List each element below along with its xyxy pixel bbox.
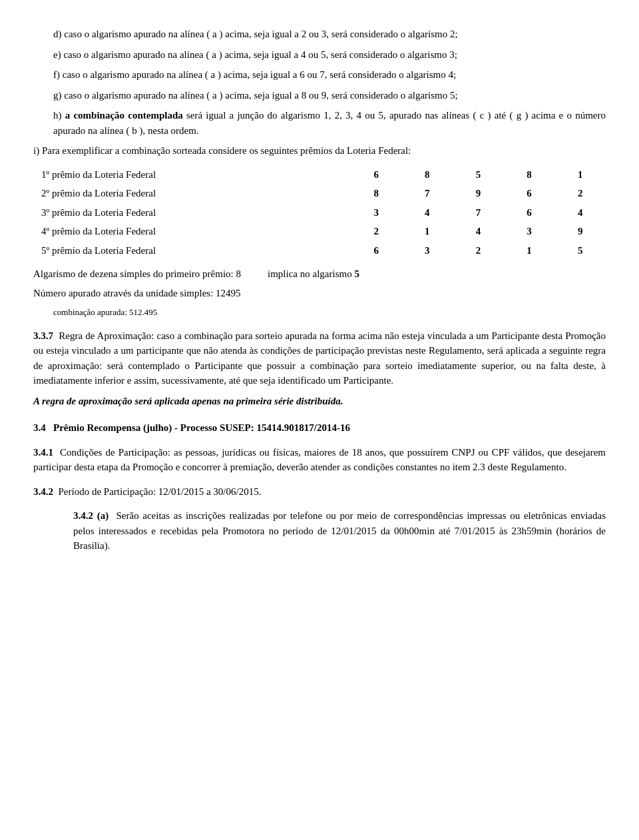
table-row-last-num: 9: [554, 222, 606, 241]
table-row-num: 1: [402, 222, 453, 241]
section-337-rule: A regra de aproximação será aplicada ape…: [33, 394, 606, 409]
table-row-num: 6: [504, 184, 555, 203]
paragraph-i: i) Para exemplificar a combinação sortea…: [33, 143, 606, 159]
table-row-num: 8: [402, 165, 453, 185]
section-34-heading: 3.4 Prêmio Recompensa (julho) - Processo…: [33, 420, 606, 436]
paragraph-f: f) caso o algarismo apurado na alínea ( …: [33, 67, 606, 83]
paragraph-h-bold: a combinação contemplada: [65, 110, 183, 121]
table-row-label: 1º prêmio da Loteria Federal: [33, 165, 351, 185]
table-row-label: 4º prêmio da Loteria Federal: [33, 222, 351, 241]
document-body: d) caso o algarismo apurado na alínea ( …: [33, 27, 606, 554]
section-337-text: 3.3.7 Regra de Aproximação: caso a combi…: [33, 328, 606, 388]
combinacao-line: combinação apurada: 512.495: [53, 306, 606, 319]
algarismo-part1: Algarismo de dezena simples do primeiro …: [33, 266, 241, 282]
table-row-last-num: 1: [554, 165, 606, 185]
table-row-num: 7: [453, 203, 504, 222]
table-row-num: 2: [351, 222, 402, 241]
paragraph-h: h) a combinação contemplada será igual a…: [33, 108, 606, 138]
table-row-last-num: 5: [554, 241, 606, 260]
section-342a-text: 3.4.2 (a) Serão aceitas as inscrições re…: [33, 508, 606, 554]
numero-line: Número apurado através da unidade simple…: [33, 286, 606, 301]
table-row-num: 3: [351, 203, 402, 222]
table-row-num: 9: [453, 184, 504, 203]
section-337-heading: 3.3.7: [33, 330, 53, 341]
table-row-num: 5: [453, 165, 504, 185]
table-row-num: 8: [504, 165, 555, 185]
table-row-num: 3: [402, 241, 453, 260]
table-row-last-num: 4: [554, 203, 606, 222]
algarismo-line: Algarismo de dezena simples do primeiro …: [33, 266, 606, 282]
algarismo-part2: implica no algarismo 5: [268, 266, 359, 282]
section-342-text: 3.4.2 Período de Participação: 12/01/201…: [33, 484, 606, 500]
table-row-label: 5º prêmio da Loteria Federal: [33, 241, 351, 260]
table-row-num: 6: [351, 241, 402, 260]
table-row-num: 1: [504, 241, 555, 260]
table-row-num: 3: [504, 222, 555, 241]
paragraph-e: e) caso o algarismo apurado na alínea ( …: [33, 47, 606, 63]
table-row-label: 2º prêmio da Loteria Federal: [33, 184, 351, 203]
paragraph-d: d) caso o algarismo apurado na alínea ( …: [33, 27, 606, 42]
table-row-num: 6: [351, 165, 402, 185]
paragraph-h-prefix: h): [53, 110, 65, 121]
table-row-num: 2: [453, 241, 504, 260]
table-row-last-num: 2: [554, 184, 606, 203]
table-row-num: 6: [504, 203, 555, 222]
table-row-num: 4: [402, 203, 453, 222]
table-row-num: 8: [351, 184, 402, 203]
loteria-table: 1º prêmio da Loteria Federal685812º prêm…: [33, 165, 606, 260]
table-row-label: 3º prêmio da Loteria Federal: [33, 203, 351, 222]
section-341-text: 3.4.1 Condições de Participação: as pess…: [33, 445, 606, 475]
table-row-num: 4: [453, 222, 504, 241]
table-row-num: 7: [402, 184, 453, 203]
paragraph-g: g) caso o algarismo apurado na alínea ( …: [33, 88, 606, 103]
